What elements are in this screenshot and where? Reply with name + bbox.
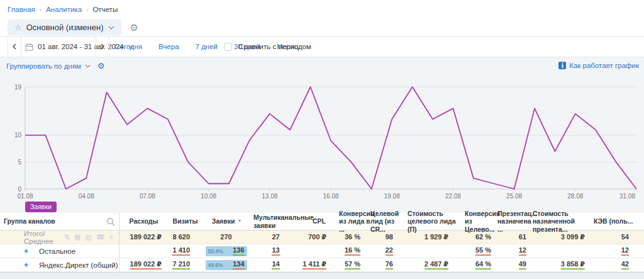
cell-value-link[interactable]: 64 %: [475, 261, 491, 270]
cell-value-link[interactable]: 136: [233, 247, 244, 256]
y-axis-tick-label: 10: [14, 132, 22, 139]
preset-today[interactable]: Сегодня: [114, 43, 142, 50]
cell-value-link[interactable]: 14: [272, 261, 279, 270]
cell-value: 189 022 ₽: [130, 234, 162, 241]
chevron-down-icon: [108, 26, 114, 30]
cell-presentation-scheduled: 49: [494, 258, 529, 271]
column-header-label: Визиты: [173, 217, 198, 225]
cell-value-link[interactable]: 12: [519, 247, 526, 256]
cell-presentation-cost: 3 858 ₽: [529, 258, 590, 271]
y-axis-tick-label: 0: [18, 186, 21, 193]
chart-help-link[interactable]: i Как работает график: [558, 62, 639, 69]
cell-lead-conversion: 16 %: [335, 244, 367, 258]
prev-period-button[interactable]: [8, 37, 21, 57]
x-axis-tick-label: 01.08: [17, 193, 33, 200]
column-header-channel-group[interactable]: Группа каналов: [0, 213, 119, 230]
column-header-multichannel-leads[interactable]: Мультиканальные заявки: [250, 213, 302, 230]
legend-badge-leads[interactable]: Заявки: [25, 202, 57, 212]
table-row[interactable]: +Остальное1 41050.4%1361316 %2255 %1212: [0, 244, 644, 258]
column-header-lead-conversion[interactable]: Конверсия из лида в ...: [335, 213, 367, 230]
date-range-text: 01 авг. 2024 - 31 авг. 2024: [38, 43, 124, 50]
chart-grouping-control: Группировать по дням ⚙: [6, 62, 105, 70]
report-settings-gear-icon[interactable]: ⚙: [130, 23, 138, 32]
column-header-expenses[interactable]: Расходы: [119, 213, 167, 230]
bar-chart-icon[interactable]: ▥: [85, 233, 91, 241]
chevron-left-icon: [13, 43, 16, 50]
channel-name[interactable]: Остальное: [39, 248, 75, 255]
column-header-visits[interactable]: Визиты: [167, 213, 203, 230]
cell-value: 700 ₽: [308, 234, 326, 241]
column-header-kev[interactable]: КЭВ (поль...: [590, 213, 644, 230]
cell-value: 61: [519, 234, 526, 241]
column-header-target-conversion[interactable]: Конверсия из Целево...: [461, 213, 494, 230]
cell-value-link[interactable]: 1 411 ₽: [303, 261, 326, 270]
info-icon: i: [558, 62, 566, 69]
cell-value-link[interactable]: 189 022 ₽: [130, 261, 162, 270]
expand-row-icon[interactable]: +: [24, 247, 28, 256]
cell-value-link[interactable]: 55 %: [475, 247, 491, 256]
cell-target-conversion: 64 %: [461, 258, 494, 271]
cell-value-link[interactable]: 22: [386, 247, 393, 256]
chart-section: 05101901.0804.0807.0810.0813.0816.0819.0…: [0, 57, 644, 213]
cell-cpl: 1 411 ₽: [302, 258, 335, 271]
cell-value-link[interactable]: 7 210: [172, 261, 190, 270]
column-header-target-lead-cost[interactable]: Стоимость целевого лида (П): [404, 213, 461, 230]
column-header-presentation-cost[interactable]: Стоимость назначенной презента...: [529, 213, 590, 230]
x-axis-tick-label: 22.08: [445, 193, 461, 200]
totals-cell-target-conversion: 62 %: [461, 231, 494, 244]
phone-icon[interactable]: ☎: [96, 233, 105, 241]
star-icon[interactable]: ☆: [14, 23, 22, 31]
cell-value-link[interactable]: 16 %: [345, 247, 360, 256]
cell-value-link[interactable]: 134: [233, 261, 244, 270]
leads-share-bar[interactable]: 49.6%134: [206, 260, 247, 270]
cell-value-link[interactable]: 57 %: [345, 261, 360, 270]
column-header-label: Стоимость целевого лида (П): [408, 210, 458, 232]
expand-row-icon[interactable]: +: [24, 261, 28, 270]
column-header-presentation-scheduled[interactable]: Презентац... назначена ...: [494, 213, 529, 230]
breadcrumb-analytics-link[interactable]: Аналитика: [46, 6, 82, 13]
list-icon[interactable]: ≡: [109, 233, 113, 241]
report-selector-button[interactable]: ☆ Основной (изменен): [8, 20, 121, 35]
breadcrumb: Главная › Аналитика › Отчеты: [8, 6, 118, 13]
cell-value-link[interactable]: 12: [621, 247, 629, 256]
cell-value-link[interactable]: 2 487 ₽: [425, 261, 448, 270]
preset-yesterday[interactable]: Вчера: [158, 43, 179, 50]
group-by-days-dropdown[interactable]: Группировать по дням: [6, 62, 81, 70]
cell-leads: 50.4%136: [203, 244, 250, 258]
column-header-target-lead[interactable]: Целевой лид (из CR...: [367, 213, 404, 230]
sort-desc-icon: ▼: [237, 219, 242, 224]
cell-value-link[interactable]: 42: [621, 261, 629, 270]
cell-presentation-scheduled: 12: [494, 244, 529, 258]
preset-7-days[interactable]: 7 дней: [196, 43, 218, 50]
totals-cell-cpl: 700 ₽: [302, 231, 335, 244]
table-row-totals[interactable]: Итого/Среднее⇅▦▥☎≡189 022 ₽8 62027027700…: [0, 231, 644, 244]
cell-value-link[interactable]: 76: [386, 261, 393, 270]
column-header-label: Целевой лид (из CR...: [370, 210, 401, 232]
grid-icon[interactable]: ▦: [74, 233, 80, 241]
column-header-cpl[interactable]: CPL: [302, 213, 335, 230]
breadcrumb-home-link[interactable]: Главная: [8, 6, 35, 13]
chevron-down-icon[interactable]: [85, 64, 91, 68]
column-header-label: Группа каналов: [4, 217, 55, 225]
cell-value-link[interactable]: 49: [519, 261, 526, 270]
divider: [21, 37, 21, 57]
leads-line-chart[interactable]: 05101901.0804.0807.0810.0813.0816.0819.0…: [0, 57, 644, 213]
cell-value-link[interactable]: 3 858 ₽: [561, 261, 585, 270]
sort-icon[interactable]: ⇅: [64, 233, 70, 241]
channel-name[interactable]: Яндекс.Директ (общий): [39, 261, 118, 269]
breadcrumb-current: Отчеты: [92, 6, 118, 13]
chart-settings-gear-icon[interactable]: ⚙: [97, 62, 105, 70]
search-icon[interactable]: [106, 217, 115, 226]
column-header-leads[interactable]: Заявки▼: [203, 213, 250, 230]
cell-kev: 12: [590, 244, 644, 258]
breadcrumb-separator: ›: [86, 6, 88, 13]
cell-value-link[interactable]: 13: [272, 247, 279, 256]
table-row[interactable]: +Яндекс.Директ (общий)189 022 ₽7 21049.6…: [0, 258, 644, 272]
next-period-button[interactable]: [96, 37, 109, 57]
cell-presentation-cost: [529, 244, 590, 258]
leads-share-bar[interactable]: 50.4%136: [206, 246, 247, 256]
table-header-row: Группа каналовРасходыВизитыЗаявки▼Мульти…: [0, 213, 644, 231]
compare-period-checkbox[interactable]: [224, 43, 232, 51]
compare-period-control: Сравнить с периодом: [224, 37, 311, 57]
cell-value-link[interactable]: 1 410: [172, 247, 190, 256]
